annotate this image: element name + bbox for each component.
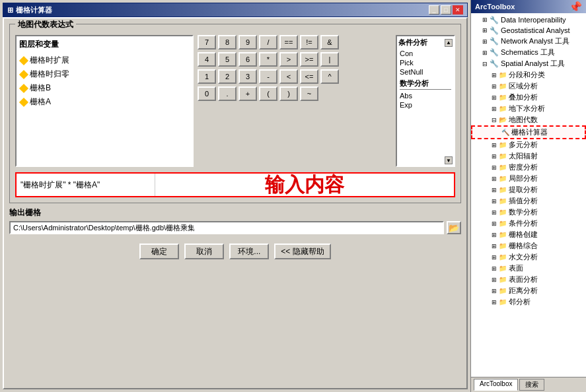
- btn-3[interactable]: 3: [238, 69, 257, 84]
- btn-9[interactable]: 9: [238, 35, 257, 49]
- tree-item-geostat[interactable]: ⊞ 🔧 Geostatistical Analyst: [471, 25, 586, 36]
- btn-add[interactable]: +: [238, 86, 257, 101]
- tree-item-cond[interactable]: ⊞ 📁 条件分析: [471, 218, 586, 229]
- btn-lt[interactable]: <: [279, 69, 298, 84]
- tree-item-overlay[interactable]: ⊞ 📁 叠加分析: [471, 92, 586, 103]
- tree-item-label: 邻分析: [509, 297, 531, 307]
- tree-item-local[interactable]: ⊞ 📁 局部分析: [471, 173, 586, 184]
- expand-icon: ⊞: [490, 208, 499, 217]
- tab-search[interactable]: 搜索: [519, 379, 544, 391]
- tree-item-label: 水文分析: [509, 252, 538, 262]
- cancel-button[interactable]: 取消: [184, 244, 224, 259]
- list-item[interactable]: 栅格A: [19, 96, 190, 108]
- expand-icon: ⊞: [490, 82, 499, 91]
- tree-item-label: 表面分析: [509, 275, 538, 284]
- btn-2[interactable]: 2: [218, 69, 237, 84]
- tree-item-groundwater[interactable]: ⊞ 📁 地下水分析: [471, 103, 586, 114]
- tree-item-raster-create[interactable]: ⊞ 📁 栅格创建: [471, 229, 586, 240]
- folder-icon: 📁: [499, 152, 507, 160]
- ok-button[interactable]: 确定: [139, 244, 179, 259]
- btn-7[interactable]: 7: [198, 35, 216, 49]
- tree-item-neighbor[interactable]: ⊞ 📁 邻分析: [471, 296, 586, 308]
- layer-icon: [19, 69, 28, 79]
- btn-eq[interactable]: ==: [279, 35, 298, 49]
- expression-input[interactable]: [17, 174, 155, 196]
- tree-item-surface-analysis[interactable]: ⊞ 📁 表面分析: [471, 274, 586, 285]
- btn-neq[interactable]: !=: [300, 35, 318, 49]
- btn-6[interactable]: 6: [238, 52, 257, 67]
- btn-xor[interactable]: ^: [320, 69, 339, 84]
- toolbox-icon: 🔧: [490, 59, 499, 68]
- tree-item-classify[interactable]: ⊞ 📁 分段和分类: [471, 69, 586, 81]
- list-item[interactable]: 栅格时归零: [19, 68, 190, 81]
- tree-item-density[interactable]: ⊞ 📁 密度分析: [471, 162, 586, 173]
- list-item[interactable]: Exp: [400, 100, 451, 110]
- btn-tilde[interactable]: ~: [300, 86, 318, 101]
- btn-gt[interactable]: >: [279, 52, 298, 67]
- tree-item-extract[interactable]: ⊞ 📁 提取分析: [471, 184, 586, 195]
- tree-item-data-interop[interactable]: ⊞ 🔧 Data Interoperability: [471, 15, 586, 25]
- tree-item-schematics[interactable]: ⊞ 🔧 Schematics 工具: [471, 47, 586, 58]
- btn-dot[interactable]: .: [218, 86, 237, 101]
- math-divider: 数学分析: [400, 77, 451, 89]
- tree-item-raster-calc[interactable]: 🔨 栅格计算器: [471, 125, 586, 139]
- main-dialog: ⊞ 栅格计算器 _ □ ✕ 地图代数表达式 图层和变量 栅格时扩展: [0, 0, 470, 392]
- list-item[interactable]: 栅格B: [19, 82, 190, 94]
- btn-sub[interactable]: -: [259, 69, 277, 84]
- layer-name: 栅格B: [30, 82, 51, 94]
- btn-gte[interactable]: >=: [300, 52, 318, 67]
- list-item[interactable]: Pick: [400, 58, 451, 67]
- tree-item-label: 条件分析: [509, 218, 538, 228]
- btn-or[interactable]: |: [320, 52, 339, 67]
- tree-item-math[interactable]: ⊞ 📁 数学分析: [471, 207, 586, 218]
- btn-4[interactable]: 4: [198, 52, 216, 67]
- btn-mul[interactable]: *: [259, 52, 277, 67]
- tree-item-spatial[interactable]: ⊟ 🔧 Spatial Analyst 工具: [471, 58, 586, 69]
- conditions-scroll-down[interactable]: ▼: [445, 156, 453, 164]
- expand-icon: ⊞: [490, 230, 499, 240]
- tree-item-raster-general[interactable]: ⊞ 📁 栅格综合: [471, 240, 586, 251]
- tree-item-distance[interactable]: ⊞ 📁 距离分析: [471, 285, 586, 296]
- minimize-button[interactable]: _: [429, 5, 439, 15]
- tree-item-hydro[interactable]: ⊞ 📁 水文分析: [471, 251, 586, 263]
- conditions-scroll-up[interactable]: ▲: [445, 39, 453, 47]
- btn-0[interactable]: 0: [198, 86, 216, 101]
- btn-open-paren[interactable]: (: [259, 86, 277, 101]
- btn-1[interactable]: 1: [198, 69, 216, 84]
- expand-icon: ⊞: [480, 37, 490, 46]
- list-item[interactable]: SetNull: [400, 67, 451, 77]
- btn-div[interactable]: /: [259, 35, 277, 49]
- conditions-list: Con Pick SetNull 数学分析 Abs Exp: [397, 48, 454, 155]
- tree-item-zone[interactable]: ⊞ 📁 区域分析: [471, 81, 586, 92]
- env-button[interactable]: 环境...: [229, 244, 269, 259]
- btn-5[interactable]: 5: [218, 52, 237, 67]
- expand-icon: ⊞: [490, 174, 499, 183]
- tree-item-mapalgebra[interactable]: ⊟ 📂 地图代数: [471, 114, 586, 125]
- btn-close-paren[interactable]: ): [279, 86, 298, 101]
- hide-button[interactable]: << 隐藏帮助: [274, 244, 330, 259]
- list-item[interactable]: Abs: [400, 91, 451, 100]
- output-path-input[interactable]: [9, 221, 444, 234]
- browse-button[interactable]: 📂: [447, 221, 461, 234]
- maximize-button[interactable]: □: [441, 5, 451, 15]
- tree-item-label: 区域分析: [509, 81, 538, 91]
- folder-icon: 📁: [499, 287, 507, 294]
- tree-item-multivariate[interactable]: ⊞ 📁 多元分析: [471, 139, 586, 150]
- tree-item-label: 栅格综合: [509, 241, 538, 251]
- tree-item-solar[interactable]: ⊞ 📁 太阳辐射: [471, 150, 586, 162]
- tree-item-network[interactable]: ⊞ 🔧 Network Analyst 工具: [471, 36, 586, 47]
- tab-arctoolbox[interactable]: ArcToolbox: [474, 379, 518, 391]
- toolbox-icon: 🔧: [490, 26, 499, 35]
- group-label: 地图代数表达式: [15, 19, 76, 30]
- list-item[interactable]: 栅格时扩展: [19, 54, 190, 67]
- arctoolbox-pin-icon[interactable]: 📌: [569, 1, 582, 13]
- tree-item-surface[interactable]: ⊞ 📁 表面: [471, 263, 586, 274]
- btn-8[interactable]: 8: [218, 35, 237, 49]
- close-button[interactable]: ✕: [453, 5, 463, 15]
- tree-item-interp[interactable]: ⊞ 📁 插值分析: [471, 195, 586, 207]
- expression-area: 输入内容: [15, 172, 455, 197]
- btn-and[interactable]: &: [320, 35, 339, 49]
- btn-lte[interactable]: <=: [300, 69, 318, 84]
- expand-icon: ⊞: [490, 286, 499, 296]
- list-item[interactable]: Con: [400, 49, 451, 58]
